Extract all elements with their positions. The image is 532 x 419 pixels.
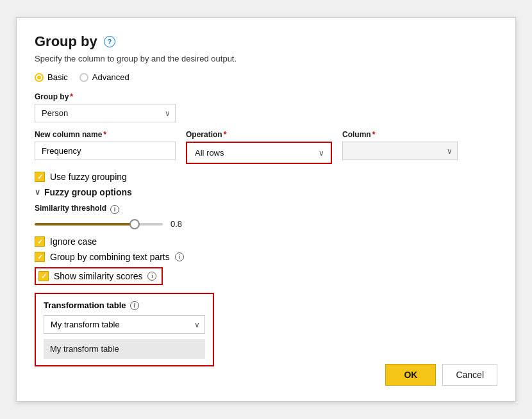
dialog-subtitle: Specify the column to group by and the d… — [35, 54, 497, 63]
transform-select[interactable]: My transform table — [44, 315, 205, 334]
group-by-section: Group by* Person ∨ — [35, 92, 497, 122]
fuzzy-check-icon: ✓ — [37, 173, 43, 181]
radio-advanced[interactable]: Advanced — [79, 72, 129, 82]
column-select[interactable] — [342, 142, 458, 160]
ignore-case-check-icon: ✓ — [37, 238, 43, 246]
fuzzy-grouping-checkbox[interactable]: ✓ — [35, 172, 45, 182]
group-by-select[interactable]: Person — [35, 104, 176, 122]
radio-advanced-circle — [79, 73, 88, 82]
column-label: Column* — [342, 130, 458, 139]
transform-dropdown-item[interactable]: My transform table — [44, 339, 205, 359]
footer-buttons: OK Cancel — [385, 364, 497, 386]
show-similarity-checkbox[interactable]: ✓ — [38, 271, 49, 281]
operation-select-wrapper[interactable]: All rows ∨ — [188, 144, 329, 161]
operation-box: All rows ∨ — [186, 142, 332, 164]
group-by-label: Group by* — [35, 92, 497, 101]
slider-track[interactable] — [35, 223, 163, 226]
show-similarity-box: ✓ Show similarity scores i — [35, 267, 163, 285]
similarity-threshold-section: Similarity threshold i 0.8 — [35, 204, 497, 229]
group-by-dialog: Group by ? Specify the column to group b… — [16, 17, 516, 402]
column-field: Column* ∨ — [342, 130, 458, 160]
ignore-case-label: Ignore case — [50, 236, 97, 247]
transform-info-icon[interactable]: i — [130, 301, 139, 310]
cancel-button[interactable]: Cancel — [442, 364, 497, 386]
threshold-label: Similarity threshold — [35, 204, 106, 213]
transform-label-row: Transformation table i — [44, 300, 205, 310]
combine-text-label: Group by combining text parts — [50, 252, 170, 262]
combine-text-checkbox[interactable]: ✓ — [35, 252, 45, 262]
radio-group: Basic Advanced — [35, 72, 497, 82]
operation-field: Operation* All rows ∨ — [186, 130, 332, 164]
radio-basic[interactable]: Basic — [35, 72, 68, 82]
ignore-case-checkbox[interactable]: ✓ — [35, 236, 45, 247]
combine-text-row[interactable]: ✓ Group by combining text parts i — [35, 252, 497, 262]
new-column-label: New column name* — [35, 130, 176, 139]
ok-button[interactable]: OK — [385, 364, 436, 386]
operation-label: Operation* — [186, 130, 332, 139]
ignore-case-row[interactable]: ✓ Ignore case — [35, 236, 497, 247]
fuzzy-section-header: ∨ Fuzzy group options — [35, 187, 497, 197]
fuzzy-grouping-label: Use fuzzy grouping — [50, 172, 127, 182]
section-chevron-icon: ∨ — [35, 188, 40, 197]
operation-select[interactable]: All rows — [188, 144, 329, 161]
show-similarity-check-icon: ✓ — [41, 272, 47, 281]
radio-basic-circle — [35, 73, 44, 82]
columns-row: New column name* Operation* All rows ∨ C… — [35, 130, 497, 164]
column-select-wrapper[interactable]: ∨ — [342, 142, 458, 160]
combine-text-info-icon[interactable]: i — [175, 252, 184, 261]
fuzzy-grouping-row[interactable]: ✓ Use fuzzy grouping — [35, 172, 497, 182]
dialog-title: Group by — [35, 33, 97, 50]
show-similarity-label: Show similarity scores — [54, 271, 142, 281]
combine-text-check-icon: ✓ — [37, 253, 43, 261]
threshold-info-icon[interactable]: i — [110, 205, 119, 214]
new-column-field: New column name* — [35, 130, 176, 160]
radio-basic-label: Basic — [47, 72, 68, 82]
radio-advanced-label: Advanced — [92, 72, 129, 82]
threshold-value: 0.8 — [170, 219, 182, 229]
transform-label: Transformation table — [44, 300, 126, 310]
new-column-input[interactable] — [35, 142, 176, 160]
fuzzy-section-title: Fuzzy group options — [44, 187, 132, 197]
transformation-table-section: Transformation table i My transform tabl… — [35, 293, 214, 366]
help-icon[interactable]: ? — [104, 36, 115, 47]
slider-thumb[interactable] — [129, 219, 140, 229]
show-similarity-info-icon[interactable]: i — [147, 272, 156, 281]
group-by-select-wrapper[interactable]: Person ∨ — [35, 104, 176, 122]
transform-select-wrapper[interactable]: My transform table ∨ — [44, 315, 205, 334]
